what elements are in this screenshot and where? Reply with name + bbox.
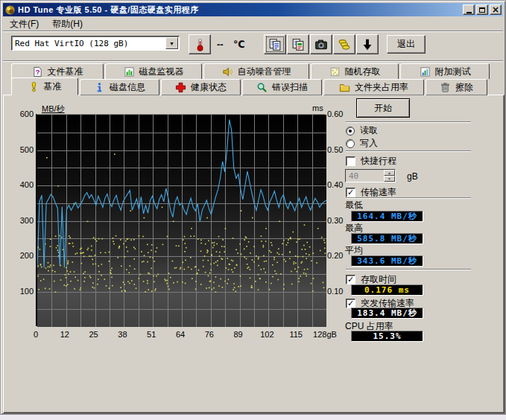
start-button[interactable]: 开始	[356, 98, 410, 118]
random-access-icon	[329, 66, 341, 77]
tab-health-status[interactable]: 健康状态	[161, 79, 241, 95]
tab-label: 擦除	[455, 81, 473, 94]
axis-tick: 0.40	[327, 180, 343, 189]
toolbar-tabs-divider	[3, 60, 503, 62]
exit-button[interactable]: 退出	[387, 35, 426, 54]
read-radio[interactable]	[346, 127, 355, 136]
donate-button[interactable]	[333, 34, 355, 54]
min-label: 最低	[345, 199, 363, 211]
window-title: HD Tune 专业版 5.50 - 硬盘/固态硬盘实用程序	[18, 4, 463, 16]
speaker-icon	[222, 66, 233, 77]
close-button[interactable]: ×	[490, 4, 502, 15]
transfer-rate-checkbox[interactable]: ✓	[346, 188, 355, 197]
minimize-button[interactable]	[463, 4, 475, 15]
axis-tick: 0.60	[327, 109, 343, 118]
tab-benchmark[interactable]: 基准	[11, 77, 78, 95]
tab-label: 自动噪音管理	[238, 66, 291, 78]
max-value-display: 585.8 MB/秒	[351, 233, 423, 244]
access-time-checkbox[interactable]: ✓	[346, 275, 355, 284]
toolbar-buttons	[264, 34, 379, 54]
axis-tick: 100	[10, 287, 34, 296]
tab-disk-monitor[interactable]: 磁盘监视器	[105, 63, 202, 79]
axis-tick: 89	[233, 330, 242, 339]
plot-area	[36, 114, 325, 326]
separator	[346, 269, 471, 270]
tab-file-benchmark[interactable]: ?文件基准	[11, 63, 104, 79]
tab-disk-info[interactable]: 磁盘信息	[80, 79, 159, 95]
avg-value-display: 343.6 MB/秒	[351, 255, 423, 267]
temperature-value: --	[217, 39, 224, 50]
close-icon: ×	[492, 5, 499, 14]
spinner-up-icon[interactable]: ▲	[384, 170, 395, 176]
app-icon	[4, 4, 16, 16]
drive-select[interactable]: Red Hat VirtIO (128 gB) ▼	[11, 36, 180, 51]
read-label: 读取	[360, 124, 378, 137]
axis-tick: 51	[147, 330, 156, 339]
menu-file[interactable]: 文件(F)	[3, 17, 45, 31]
axis-tick: 500	[10, 145, 34, 154]
write-radio[interactable]	[346, 139, 355, 148]
tab-label: 文件夹占用率	[355, 81, 408, 94]
axis-tick: 0.30	[327, 216, 343, 225]
svg-text:?: ?	[35, 69, 39, 76]
axis-tick: 25	[89, 330, 98, 339]
tab-label: 健康状态	[191, 81, 227, 94]
tab-row-back: ?文件基准磁盘监视器自动噪音管理随机存取附加测试	[11, 63, 490, 79]
tab-erase[interactable]: 擦除	[426, 79, 487, 95]
short-stroke-label: 快捷行程	[361, 155, 396, 168]
maximize-icon	[479, 7, 485, 13]
tab-label: 文件基准	[48, 66, 83, 78]
short-stroke-option[interactable]: 快捷行程	[346, 155, 396, 168]
magnifier-icon	[256, 82, 268, 93]
tab-auto-acoustic-management[interactable]: 自动噪音管理	[203, 63, 309, 79]
screenshot-button[interactable]	[310, 34, 332, 54]
read-option[interactable]: 读取	[346, 124, 378, 137]
tab-random-access[interactable]: 随机存取	[311, 63, 399, 79]
axis-tick: 102	[260, 330, 273, 339]
tab-label: 磁盘信息	[110, 81, 145, 94]
tab-folder-usage[interactable]: 文件夹占用率	[323, 79, 424, 95]
axis-tick: 76	[205, 330, 214, 339]
copy-button[interactable]	[264, 34, 286, 54]
axis-tick: 400	[10, 180, 34, 189]
axis-tick: 0.10	[327, 287, 343, 296]
tab-label: 随机存取	[345, 66, 381, 78]
burst-rate-display: 183.4 MB/秒	[351, 308, 423, 319]
titlebar[interactable]: HD Tune 专业版 5.50 - 硬盘/固态硬盘实用程序 ×	[3, 3, 503, 16]
tab-label: 错误扫描	[272, 81, 308, 94]
axis-tick: 0.50	[327, 145, 343, 154]
tab-error-scan[interactable]: 错误扫描	[242, 79, 322, 95]
short-stroke-unit: gB	[407, 171, 418, 182]
short-stroke-stepper[interactable]: 40 ▲ ▼	[345, 169, 396, 182]
file-question-icon: ?	[32, 66, 43, 77]
tab-extra-tests[interactable]: 附加测试	[400, 63, 490, 79]
min-value-display: 164.4 MB/秒	[351, 211, 423, 222]
tab-label: 磁盘监视器	[139, 66, 184, 78]
copy-image-button[interactable]	[287, 34, 309, 54]
tab-row-front: 基准磁盘信息健康状态错误扫描文件夹占用率擦除	[11, 79, 487, 95]
separator	[346, 150, 471, 152]
menu-help[interactable]: 帮助(H)	[45, 17, 89, 31]
axis-tick: 300	[10, 216, 34, 225]
short-stroke-checkbox[interactable]	[346, 156, 355, 166]
axis-tick: 600	[10, 109, 34, 118]
chart-canvas	[37, 115, 326, 327]
drive-select-value: Red Hat VirtIO (128 gB)	[12, 39, 165, 48]
health-cross-icon	[175, 82, 186, 93]
trash-icon	[440, 82, 451, 93]
chevron-down-icon[interactable]: ▼	[165, 37, 178, 49]
temperature-button[interactable]	[189, 34, 211, 54]
separator	[346, 121, 471, 123]
axis-tick: 12	[60, 330, 69, 339]
axis-tick: 0	[34, 330, 38, 339]
cpu-usage-display: 15.3%	[351, 331, 423, 342]
y-axis-title-right: ms	[312, 104, 323, 112]
spinner-down-icon[interactable]: ▼	[384, 176, 395, 182]
write-option[interactable]: 写入	[346, 137, 378, 150]
maximize-button[interactable]	[476, 4, 488, 15]
y-axis-title-left: MB/秒	[42, 104, 65, 115]
save-results-button[interactable]	[356, 34, 379, 54]
axis-tick: 38	[118, 330, 127, 339]
app-window: HD Tune 专业版 5.50 - 硬盘/固态硬盘实用程序 × 文件(F) 帮…	[0, 0, 506, 415]
axis-tick: 128gB	[313, 330, 337, 339]
